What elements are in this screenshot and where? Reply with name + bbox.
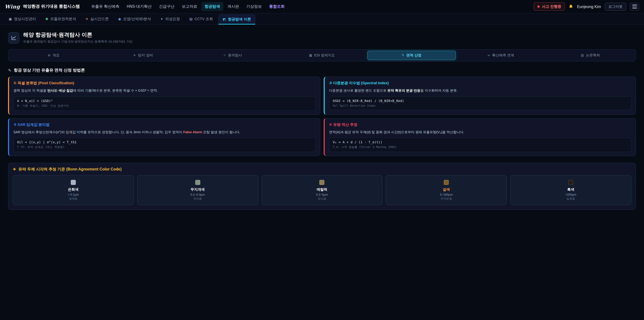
- image-icon: ▣: [9, 17, 12, 21]
- incident-status-badge[interactable]: 사고 진행중: [534, 2, 565, 11]
- notifications-bell-icon[interactable]: [569, 4, 574, 9]
- nav-item-weather[interactable]: 기상정보: [243, 2, 265, 11]
- brand[interactable]: Wing 해양환경 위기대응 통합시스템: [5, 4, 80, 10]
- tab-detection-equipment[interactable]: ✈ 탐지 장비: [99, 51, 187, 60]
- main-content: 해양 항공탐색·원격탐사 이론 유출유 원격탐지·항공감시 기법·ESI 방제정…: [0, 25, 644, 210]
- subnav-tab-satellite-request[interactable]: ✦ 위성요청: [156, 14, 184, 25]
- nav-item-reports[interactable]: 보고자료: [178, 2, 200, 11]
- nav-item-aerial-search[interactable]: 항공탐색: [201, 2, 224, 11]
- tab-label: 논문특허: [586, 53, 600, 58]
- subnav-tab-aerial-theory[interactable]: ◩ 항공탐색 이론: [218, 15, 256, 25]
- nav-item-emergency-rescue[interactable]: 긴급구난: [156, 2, 178, 11]
- tab-label: ESI 방제지도: [314, 53, 335, 58]
- card-body: 면적(A)과 평균 유막 두께(d) 및 풍화 경과 시간(t)으로부터 원래 …: [329, 129, 631, 135]
- top-navbar: Wing 해양환경 위기대응 통합시스템 유출유 확산예측 HNS·대기확산 긴…: [0, 0, 644, 14]
- thickness-item-rainbow: 무지개색 0.1~0.3μm 박막층: [137, 175, 258, 205]
- formula: A = N_oil × (GSD)²: [17, 99, 312, 103]
- card-body: SAR 영상에서 후방산란계수(σ°)의 임계값 이하를 유막으로 판정합니다.…: [14, 129, 316, 135]
- nav-item-integrated-search[interactable]: 통합조회: [266, 2, 288, 11]
- card-title: ③ SAR 임계값 분리법: [14, 122, 316, 127]
- formula-note: f_e: 누적 증발률 (Stiver & Mackay 1984): [333, 145, 628, 149]
- pencil-icon: ✎: [402, 54, 404, 57]
- cctv-icon: ▤: [189, 17, 192, 21]
- thickness-range: 5~200μm: [388, 193, 505, 196]
- formula-note: Oil Spill Detection Index: [333, 104, 628, 107]
- card-body: 다중분광 센서로 촬영된 밴드 조합으로 유막 특유의 분광 반응을 지수화하여…: [329, 88, 631, 93]
- drone-icon: ✈: [86, 17, 88, 21]
- nav-item-board[interactable]: 게시판: [224, 2, 242, 11]
- satellite-icon: ✦: [160, 17, 163, 21]
- thickness-section-title: ❖ 유막 두께 시각적 추정 기준 (Bonn Agreement Color …: [13, 167, 631, 172]
- subnav-tab-pollution-ship-3d[interactable]: ◉ 오염/선박3D분석: [114, 14, 155, 25]
- tab-label: 탐지 장비: [138, 53, 153, 58]
- thickness-item-brown: 갈색 5~200μm 두꺼운층: [386, 175, 507, 205]
- color-swatch: [568, 180, 573, 185]
- app-title: 해양환경 위기대응 통합시스템: [23, 4, 80, 10]
- nav-item-hns-atmospheric[interactable]: HNS·대기확산: [124, 2, 155, 11]
- nav-item-oil-spill-prediction[interactable]: 유출유 확산예측: [88, 2, 122, 11]
- subnav-tab-label: 항공탐색 이론: [228, 17, 251, 22]
- menu-hamburger-button[interactable]: [630, 3, 639, 11]
- ship-3d-icon: ◉: [118, 17, 121, 21]
- subnav-tab-label: CCTV 조회: [194, 17, 213, 22]
- method-card-spectral-index: ② 다중분광 지수법 (Spectral Index) 다중분광 센서로 촬영된…: [324, 77, 636, 115]
- topnav-right: 사고 진행중 Eunjeong Kim 로그아웃: [534, 2, 639, 11]
- formula-block: OSDI = (B_NIR-B_Red) / (B_NIR+B_Red) Oil…: [329, 96, 631, 110]
- thickness-item-black: 흑색 >200μm 농축층: [510, 175, 631, 205]
- map-icon: ▦: [309, 54, 312, 57]
- tab-overview[interactable]: ⊕ 개요: [10, 51, 98, 60]
- analysis-icon: ✽: [46, 17, 48, 21]
- thickness-item-silver-gray: 은회색 < 0.1μm 광택층: [13, 175, 134, 205]
- subnav-tab-label: 오염/선박3D분석: [123, 17, 151, 22]
- tab-esi-map[interactable]: ▦ ESI 방제지도: [278, 51, 366, 60]
- link-icon: ∞: [488, 54, 490, 57]
- thickness-layer: 농축층: [512, 197, 629, 201]
- formula: OSDI = (B_NIR-B_Red) / (B_NIR+B_Red): [333, 99, 628, 103]
- document-icon: ▤: [581, 54, 584, 57]
- card-title: ② 다중분광 지수법 (Spectral Index): [329, 81, 631, 86]
- formula: V₀ = A × d / (1 - f_e(t)): [333, 140, 628, 144]
- thickness-range: < 0.1μm: [15, 193, 132, 196]
- formula-block: A = N_oil × (GSD)² N: 기름 픽셀수, GSD: 지상 표본…: [14, 96, 316, 111]
- subnav-tab-cctv[interactable]: ▤ CCTV 조회: [185, 14, 217, 25]
- color-swatch: [320, 180, 324, 185]
- tab-label: 개요: [52, 53, 60, 58]
- tab-area-calculation[interactable]: ✎ 면적 산정: [367, 51, 456, 60]
- logout-button[interactable]: 로그아웃: [605, 3, 626, 11]
- formula-note: N: 기름 픽셀수, GSD: 지상 표본거리: [17, 104, 312, 108]
- primary-nav: 유출유 확산예측 HNS·대기확산 긴급구난 보고자료 항공탐색 게시판 기상정…: [88, 2, 288, 11]
- color-swatch: [444, 180, 449, 185]
- page-header: 해양 항공탐색·원격탐사 이론 유출유 원격탐지·항공감시 기법·ESI 방제정…: [8, 32, 636, 44]
- method-card-sar-threshold: ③ SAR 임계값 분리법 SAR 영상에서 후방산란계수(σ°)의 임계값 이…: [8, 118, 320, 156]
- thickness-items-row: 은회색 < 0.1μm 광택층 무지개색 0.1~0.3μm 박막층 메탈릭 0…: [13, 175, 631, 205]
- method-section-title: ✎ 항공 영상 기반 유출유 면적 산정 방법론: [8, 68, 636, 73]
- tab-label: 확산예측 연계: [492, 53, 514, 58]
- incident-status-label: 사고 진행중: [542, 4, 561, 9]
- tab-remote-sensing[interactable]: ✧ 원격탐사: [188, 51, 277, 60]
- section-title-text: 항공 영상 기반 유출유 면적 산정 방법론: [14, 68, 85, 73]
- color-swatch: [195, 180, 200, 185]
- thickness-section: ❖ 유막 두께 시각적 추정 기준 (Bonn Agreement Color …: [8, 163, 636, 210]
- wing-logo: Wing: [5, 4, 20, 10]
- card-body: 광학 영상의 각 픽셀을 반사도·색상·질감에 따라 기름/해수로 분류, 분류…: [14, 88, 316, 93]
- subnav-tab-oil-area-analysis[interactable]: ✽ 유출유면적분석: [42, 14, 80, 25]
- thickness-item-metallic: 메탈릭 0.3~5μm 금속층: [262, 175, 382, 205]
- subnav-tab-image-management[interactable]: ▣ 영상사진관리: [5, 14, 40, 25]
- tab-label: 원격탐사: [228, 53, 242, 58]
- section-title-text: 유막 두께 시각적 추정 기준 (Bonn Agreement Color Co…: [18, 167, 122, 172]
- thickness-range: 0.1~0.3μm: [140, 193, 256, 196]
- thickness-range: 0.3~5μm: [264, 193, 380, 196]
- thickness-layer: 두꺼운층: [388, 197, 505, 201]
- subnav-tab-realtime-drone[interactable]: ✈ 실시간드론: [82, 14, 113, 25]
- user-name: Eunjeong Kim: [577, 5, 601, 9]
- thickness-layer: 금속층: [264, 197, 380, 201]
- subnav-tab-label: 위성요청: [165, 17, 180, 22]
- page-title: 해양 항공탐색·원격탐사 이론: [23, 32, 132, 39]
- subnav-tab-label: 영상사진관리: [14, 17, 36, 22]
- tab-label: 면적 산정: [406, 53, 422, 58]
- formula-note: T_th: 최적 임계값 (국소 적응형): [17, 145, 312, 149]
- theory-tab-bar: ⊕ 개요 ✈ 탐지 장비 ✧ 원격탐사 ▦ ESI 방제지도 ✎ 면적 산정 ∞…: [8, 49, 636, 61]
- thickness-range: >200μm: [512, 193, 629, 196]
- tab-papers-patents[interactable]: ▤ 논문특허: [546, 51, 634, 60]
- tab-diffusion-link[interactable]: ∞ 확산예측 연계: [457, 51, 545, 60]
